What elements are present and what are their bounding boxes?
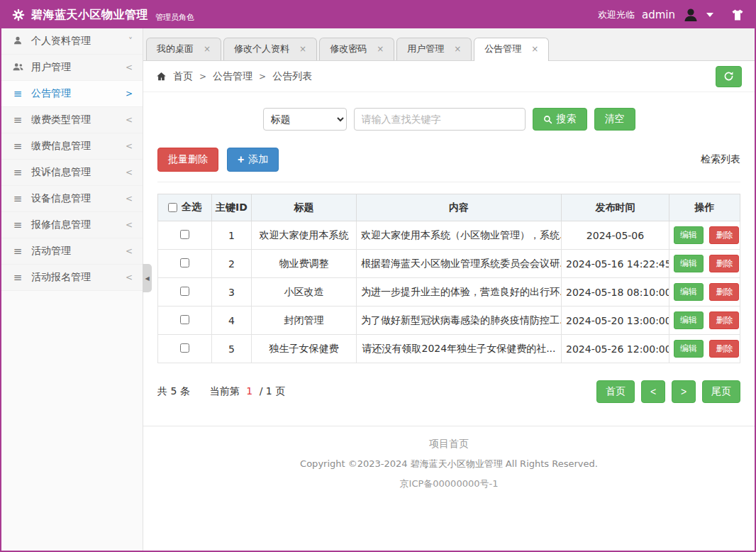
sidebar-item-activity-signup-management[interactable]: ≡ 活动报名管理 < [1, 265, 143, 291]
cell-publish-time: 2024-05-18 08:10:00 [562, 278, 669, 307]
breadcrumb-notice-management[interactable]: 公告管理 [213, 70, 252, 83]
page-footer: 项目首页 Copyright ©2023-2024 碧海蓝天小区物业管理 All… [143, 426, 755, 507]
table-row: 4 封闭管理 为了做好新型冠状病毒感染的肺炎疫情防控工... 2024-05-2… [158, 307, 740, 335]
footer-copyright: Copyright ©2023-2024 碧海蓝天小区物业管理 All Righ… [143, 458, 755, 470]
cell-title: 独生子女保健费 [252, 335, 357, 363]
edit-button[interactable]: 编辑 [674, 311, 704, 330]
footer-icp: 京ICP备00000000号-1 [143, 478, 755, 490]
cell-content: 根据碧海蓝天小区物业管理系统委员会会议研... [357, 250, 562, 278]
sidebar-item-label: 活动报名管理 [31, 271, 118, 284]
delete-button[interactable]: 删除 [709, 255, 739, 273]
sidebar-collapse-handle[interactable]: ◀ [143, 264, 152, 292]
header-select-all: 全选 [158, 194, 212, 221]
sidebar-item-label: 缴费信息管理 [31, 140, 118, 153]
tab-close-icon[interactable]: × [299, 45, 306, 53]
cell-id: 1 [212, 221, 252, 250]
table-row: 5 独生子女保健费 请还没有领取2024年独生子女保健费的社... 2024-0… [158, 335, 740, 363]
sidebar-item-label: 用户管理 [31, 61, 118, 74]
edit-button[interactable]: 编辑 [674, 283, 704, 302]
theme-shirt-icon[interactable] [730, 8, 745, 22]
first-page-button[interactable]: 首页 [596, 380, 635, 403]
tab-change-password[interactable]: 修改密码 × [319, 38, 394, 60]
user-avatar-icon[interactable] [682, 6, 699, 23]
last-page-button[interactable]: 尾页 [702, 380, 740, 403]
delete-button[interactable]: 删除 [709, 226, 739, 245]
tab-close-icon[interactable]: × [454, 45, 461, 53]
chevron-left-icon: < [126, 246, 133, 256]
delete-button[interactable]: 删除 [709, 340, 739, 358]
next-page-button[interactable]: > [672, 380, 696, 403]
breadcrumb-home[interactable]: 首页 [173, 70, 193, 83]
search-icon [543, 115, 552, 124]
tab-notice-management[interactable]: 公告管理 × [474, 38, 549, 61]
sidebar-item-equipment-info-management[interactable]: ≡ 设备信息管理 < [1, 186, 143, 212]
sidebar-item-label: 个人资料管理 [31, 35, 121, 48]
tab-label: 用户管理 [407, 43, 444, 55]
top-header: 碧海蓝天小区物业管理 管理员角色 欢迎光临 admin [1, 1, 755, 28]
edit-button[interactable]: 编辑 [674, 255, 704, 273]
chevron-left-icon: < [126, 194, 133, 204]
row-checkbox[interactable] [180, 315, 189, 324]
search-button[interactable]: 搜索 [533, 108, 587, 131]
tab-my-desktop[interactable]: 我的桌面 × [146, 38, 221, 60]
brand: 碧海蓝天小区物业管理 管理员角色 [11, 7, 194, 23]
current-page-text: 当前第 1 / 1 页 [210, 385, 285, 398]
search-keyword-input[interactable] [354, 108, 526, 131]
add-button[interactable]: + 添加 [227, 148, 279, 172]
sidebar-item-complaint-info-management[interactable]: ≡ 投诉信息管理 < [1, 160, 143, 186]
chevron-right-icon: > [126, 89, 133, 99]
cell-content: 请还没有领取2024年独生子女保健费的社... [357, 335, 562, 363]
tab-close-icon[interactable]: × [377, 45, 384, 53]
pager-buttons: 首页 < > 尾页 [596, 380, 740, 403]
cell-title: 欢迎大家使用本系统 [252, 221, 357, 250]
row-checkbox[interactable] [180, 258, 189, 267]
chevron-left-icon: < [126, 141, 133, 151]
cell-content: 欢迎大家使用本系统（小区物业管理），系统... [357, 221, 562, 250]
menu-lines-icon: ≡ [11, 115, 24, 126]
breadcrumb-current: 公告列表 [272, 70, 312, 83]
chevron-down-icon[interactable] [706, 13, 713, 17]
total-pages-text: / 1 页 [260, 385, 286, 397]
header-publish-time: 发布时间 [562, 194, 669, 221]
row-checkbox[interactable] [180, 343, 189, 353]
edit-button[interactable]: 编辑 [674, 226, 704, 245]
sidebar-item-label: 报修信息管理 [31, 219, 118, 231]
tab-user-management[interactable]: 用户管理 × [396, 38, 472, 60]
delete-button[interactable]: 删除 [709, 311, 739, 330]
sidebar-item-personal-profile[interactable]: 个人资料管理 ˅ [1, 28, 143, 55]
footer-project-link[interactable]: 项目首页 [143, 438, 755, 451]
sidebar-item-fee-info-management[interactable]: ≡ 缴费信息管理 < [1, 133, 143, 160]
sidebar-item-repair-info-management[interactable]: ≡ 报修信息管理 < [1, 212, 143, 238]
cell-title: 物业费调整 [252, 250, 357, 278]
person-icon [11, 35, 24, 48]
plus-icon: + [238, 154, 244, 165]
row-checkbox[interactable] [180, 230, 189, 239]
app-window: 碧海蓝天小区物业管理 管理员角色 欢迎光临 admin [0, 0, 756, 552]
menu-lines-icon: ≡ [11, 141, 24, 152]
sidebar-item-user-management[interactable]: 用户管理 < [1, 55, 143, 81]
sidebar-item-notice-management[interactable]: ≡ 公告管理 > [1, 81, 143, 107]
refresh-button[interactable] [716, 66, 742, 87]
notice-table: 全选 主键ID 标题 内容 发布时间 操作 1 欢迎大家使用本系统 [157, 194, 740, 363]
header-actions: 操作 [669, 194, 740, 221]
breadcrumb-separator: > [259, 72, 266, 82]
clear-button-label: 清空 [605, 113, 625, 126]
clear-button[interactable]: 清空 [594, 108, 635, 131]
search-field-select[interactable]: 标题 [263, 108, 347, 131]
tab-close-icon[interactable]: × [204, 45, 211, 53]
header-right: 欢迎光临 admin [598, 6, 745, 23]
sidebar-item-fee-type-management[interactable]: ≡ 缴费类型管理 < [1, 107, 143, 133]
cell-id: 3 [212, 278, 252, 307]
select-all-checkbox[interactable] [168, 203, 177, 212]
edit-button[interactable]: 编辑 [674, 340, 704, 358]
batch-delete-button[interactable]: 批量删除 [157, 148, 218, 172]
tab-close-icon[interactable]: × [531, 45, 538, 53]
delete-button[interactable]: 删除 [709, 283, 739, 302]
prev-page-button[interactable]: < [641, 380, 665, 403]
tab-label: 修改密码 [330, 43, 367, 55]
row-checkbox[interactable] [180, 287, 189, 296]
chevron-left-icon: < [126, 115, 133, 125]
sidebar-item-activity-management[interactable]: ≡ 活动管理 < [1, 238, 143, 265]
tab-edit-profile[interactable]: 修改个人资料 × [223, 38, 317, 60]
cell-publish-time: 2024-05-16 14:22:45 [562, 250, 669, 278]
